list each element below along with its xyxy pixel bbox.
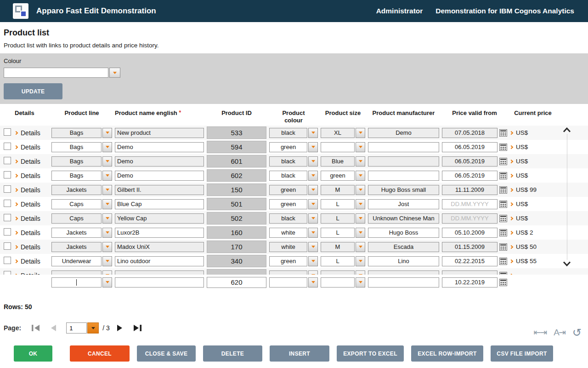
product-line-select[interactable]: Jackets	[51, 228, 112, 238]
insert-manufacturer-input[interactable]	[368, 277, 439, 288]
product-size-dropdown-button[interactable]	[356, 213, 365, 224]
row-checkbox[interactable]	[4, 214, 11, 221]
excel-row-import-button[interactable]: EXCEL ROW-IMPORT	[411, 345, 483, 362]
product-name-input[interactable]	[115, 199, 204, 209]
product-colour-value[interactable]: white	[269, 228, 307, 238]
product-line-select[interactable]: Bags	[51, 128, 112, 138]
product-colour-value[interactable]: black	[269, 128, 307, 138]
row-checkbox[interactable]	[4, 242, 11, 250]
product-colour-select[interactable]: black	[269, 213, 318, 224]
product-name-input[interactable]	[115, 270, 204, 275]
product-name-input[interactable]	[115, 185, 204, 195]
price-valid-from-input[interactable]	[442, 185, 498, 195]
product-colour-dropdown-button[interactable]	[308, 228, 318, 238]
current-price-link[interactable]	[510, 274, 556, 275]
insert-product-line-dropdown-button[interactable]	[102, 277, 112, 288]
price-valid-from-input[interactable]	[442, 242, 498, 252]
product-colour-value[interactable]: green	[269, 199, 307, 209]
product-line-dropdown-button[interactable]	[102, 242, 112, 252]
product-colour-value[interactable]: green	[269, 185, 307, 195]
export-to-excel-button[interactable]: EXPORT TO EXCEL	[337, 345, 404, 362]
table-scrollbar[interactable]	[562, 127, 571, 266]
product-line-select[interactable]: Caps	[51, 199, 112, 209]
current-price-link[interactable]: US$	[510, 144, 556, 150]
product-colour-select[interactable]: white	[269, 242, 318, 252]
cancel-button[interactable]: CANCEL	[70, 345, 130, 362]
insert-product-line-value[interactable]	[51, 277, 102, 288]
details-link[interactable]: Details	[15, 158, 49, 165]
product-colour-select[interactable]: green	[269, 256, 318, 266]
manufacturer-input[interactable]	[368, 185, 439, 195]
product-line-dropdown-button[interactable]	[102, 142, 112, 152]
product-colour-value[interactable]: black	[269, 171, 307, 181]
product-name-input[interactable]	[115, 171, 204, 181]
calendar-icon[interactable]	[499, 243, 507, 251]
current-price-link[interactable]: US$ 50	[510, 243, 556, 250]
product-size-dropdown-button[interactable]	[356, 199, 365, 209]
insert-product-name-input[interactable]	[115, 277, 204, 288]
insert-product-size-dropdown-button[interactable]	[356, 277, 365, 288]
product-colour-value[interactable]: green	[269, 142, 307, 152]
calendar-icon[interactable]	[499, 215, 507, 222]
details-link[interactable]: Details	[15, 258, 49, 265]
product-colour-value[interactable]: green	[269, 256, 307, 266]
product-line-dropdown-button[interactable]	[102, 171, 112, 181]
product-colour-select[interactable]: green	[269, 142, 318, 152]
next-page-button[interactable]	[116, 324, 123, 332]
details-link[interactable]: Details	[15, 243, 49, 251]
row-checkbox[interactable]	[4, 171, 11, 178]
insert-button[interactable]: INSERT	[270, 345, 329, 362]
product-colour-dropdown-button[interactable]	[308, 213, 318, 224]
product-size-dropdown-button[interactable]	[356, 270, 365, 275]
product-colour-dropdown-button[interactable]	[308, 128, 318, 138]
current-price-link[interactable]: US$	[510, 215, 556, 222]
product-colour-dropdown-button[interactable]	[308, 256, 318, 266]
fit-columns-icon[interactable]: ⇤⇥	[533, 327, 546, 338]
product-line-dropdown-button[interactable]	[102, 270, 112, 275]
price-valid-from-input[interactable]	[442, 256, 498, 266]
product-name-input[interactable]	[115, 156, 204, 167]
colour-filter-dropdown-button[interactable]	[109, 68, 120, 78]
price-valid-from-input[interactable]	[442, 228, 498, 238]
product-line-dropdown-button[interactable]	[102, 156, 112, 167]
update-button[interactable]: UPDATE	[4, 83, 62, 99]
product-size-value[interactable]: L	[321, 256, 355, 266]
calendar-icon[interactable]	[499, 129, 507, 137]
product-line-value[interactable]: Underwear	[51, 256, 102, 266]
product-colour-select[interactable]: white	[269, 228, 318, 238]
product-size-value[interactable]: M	[321, 242, 355, 252]
product-size-select[interactable]: Blue	[321, 156, 365, 167]
insert-product-size-value[interactable]	[321, 277, 355, 288]
manufacturer-input[interactable]	[368, 213, 439, 224]
scroll-down-icon[interactable]	[563, 261, 571, 266]
page-number-input[interactable]	[66, 322, 87, 334]
product-colour-value[interactable]: black	[269, 213, 307, 224]
product-name-input[interactable]	[115, 142, 204, 152]
price-valid-from-input[interactable]	[442, 128, 498, 138]
product-size-value[interactable]: L	[321, 228, 355, 238]
details-link[interactable]: Details	[15, 229, 49, 236]
product-name-input[interactable]	[115, 128, 204, 138]
product-size-dropdown-button[interactable]	[356, 156, 365, 167]
product-colour-select[interactable]: black	[269, 128, 318, 138]
product-size-value[interactable]	[321, 270, 355, 275]
product-size-dropdown-button[interactable]	[356, 242, 365, 252]
manufacturer-input[interactable]	[368, 156, 439, 167]
current-price-link[interactable]: US$ 99	[510, 186, 556, 193]
first-page-button[interactable]	[31, 324, 41, 332]
close-and-save-button[interactable]: CLOSE & SAVE	[137, 345, 196, 362]
calendar-icon[interactable]	[499, 172, 507, 179]
insert-product-colour-dropdown-button[interactable]	[308, 277, 318, 288]
details-link[interactable]: Details	[15, 144, 49, 151]
row-checkbox[interactable]	[4, 143, 11, 150]
insert-product-colour-select[interactable]	[269, 277, 318, 288]
details-link[interactable]: Details	[15, 215, 49, 222]
current-price-link[interactable]: US$ 55	[510, 258, 556, 264]
scrollbar-track[interactable]	[567, 134, 567, 260]
product-colour-dropdown-button[interactable]	[308, 242, 318, 252]
product-size-select[interactable]: L	[321, 213, 365, 224]
product-size-select[interactable]: L	[321, 228, 365, 238]
current-price-link[interactable]: US$	[510, 201, 556, 207]
price-valid-from-input[interactable]	[442, 142, 498, 152]
product-size-select[interactable]: L	[321, 256, 365, 266]
